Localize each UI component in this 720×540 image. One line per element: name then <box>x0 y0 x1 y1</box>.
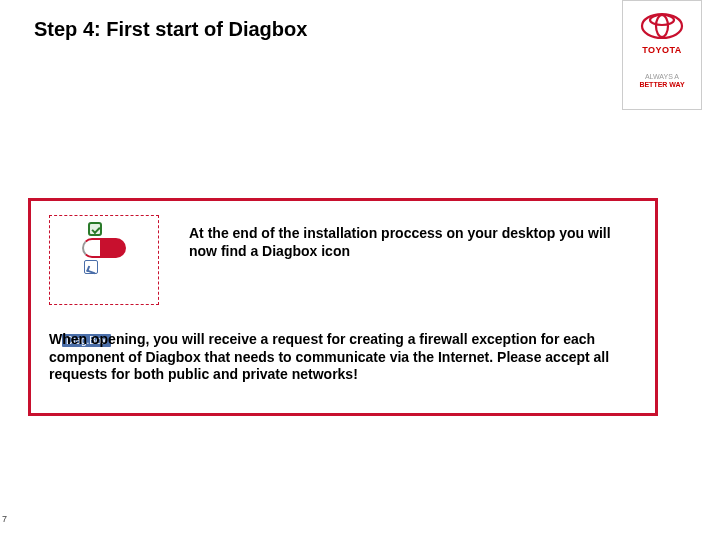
brand-name: TOYOTA <box>642 45 682 55</box>
body-paragraph: When opening, you will receive a request… <box>49 331 631 384</box>
page-number: 7 <box>2 514 7 524</box>
tagline-line-1: ALWAYS A <box>639 73 684 81</box>
svg-point-2 <box>650 15 674 25</box>
checkmark-badge-icon <box>88 222 102 236</box>
diagbox-pill-icon <box>82 238 126 258</box>
diagbox-shortcut-icon <box>76 220 132 276</box>
shortcut-arrow-icon <box>84 260 98 274</box>
intro-paragraph: At the end of the installation proccess … <box>189 225 639 260</box>
brand-logo-box: TOYOTA ALWAYS A BETTER WAY <box>622 0 702 110</box>
tagline-line-2: BETTER WAY <box>639 81 684 89</box>
slide-title: Step 4: First start of Diagbox <box>34 18 307 41</box>
content-frame: Diag.Box At the end of the installation … <box>28 198 658 416</box>
diagbox-icon-container: Diag.Box <box>49 215 159 305</box>
brand-tagline: ALWAYS A BETTER WAY <box>639 73 684 90</box>
toyota-emblem-icon <box>640 11 684 41</box>
